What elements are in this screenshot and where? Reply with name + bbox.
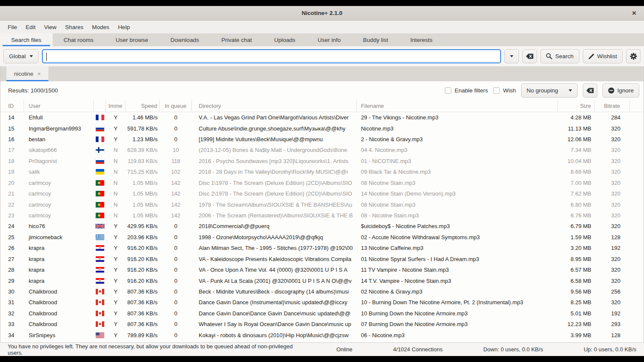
flag-icon-fi: [94, 147, 106, 153]
table-row[interactable]: 15IngmarBergman9993Y591.78 KB/s0Culture …: [0, 123, 644, 134]
status-up[interactable]: Up: 0 users, 0.0 KB/s: [584, 346, 636, 353]
tab-uploads[interactable]: Uploads: [263, 33, 307, 46]
enable-filters-checkbox[interactable]: Enable filters: [445, 87, 488, 94]
table-row[interactable]: 28krapraY916.20 KB/s0VA - Once Upon A Ti…: [0, 264, 644, 275]
column-header-queue[interactable]: In queue: [160, 100, 192, 112]
cell-speed: 789.89 KB/s: [125, 332, 160, 338]
column-header-filename[interactable]: Filename: [357, 100, 558, 112]
column-header-bitrate[interactable]: Bitrate: [595, 100, 630, 112]
menu-item-file[interactable]: File: [3, 22, 21, 32]
cell-filename: 06 - Nicotine.mp3: [357, 332, 558, 338]
cell-bitrate: 320: [595, 299, 630, 306]
menu-item-edit[interactable]: Edit: [21, 22, 40, 32]
cell-directory: 2018 - 28 Days In The Valley\Dorothy\Roc…: [192, 169, 357, 175]
window-title: Nicotine+ 2.1.0: [302, 10, 343, 16]
status-down[interactable]: Down: 0 users, 0.0 KB/s: [483, 346, 543, 353]
menu-item-view[interactable]: View: [40, 22, 61, 32]
wish-checkbox[interactable]: Wish: [493, 87, 516, 94]
table-row[interactable]: 26krapraY916.20 KB/s0Alan Milman Sect, T…: [0, 243, 644, 253]
search-history-dropdown[interactable]: [504, 49, 519, 63]
cell-size: 5.01 MB: [558, 310, 595, 317]
table-row[interactable]: 33ChalkbroodY807.36 KB/s0Whatever I Say …: [0, 319, 644, 329]
column-header-user[interactable]: User: [24, 100, 94, 112]
cell-filename: 08 - Nicotine Stain.mp3: [357, 212, 558, 219]
tab-close-icon[interactable]: ×: [38, 71, 41, 77]
search-input[interactable]: [42, 49, 501, 63]
table-row[interactable]: 16bestanY1.23 MB/s0[1999] Midnite Vultur…: [0, 134, 644, 145]
column-header-speed[interactable]: Speed: [125, 100, 160, 112]
tab-downloads[interactable]: Downloads: [159, 33, 210, 46]
cell-size: 8.95 MB: [558, 256, 595, 262]
table-row[interactable]: 25jimicomebackY203.96 KB/s01998 - Ozone\…: [0, 232, 644, 243]
cell-size: 8.25 MB: [558, 299, 595, 306]
table-row[interactable]: 22carlmcoyN1.05 MB/s1421978 - The Scream…: [0, 199, 644, 210]
cell-size: 12.06 MB: [558, 136, 595, 142]
menu-item-shares[interactable]: Shares: [61, 22, 88, 32]
cell-size: 6.76 MB: [558, 212, 595, 219]
column-header-flag[interactable]: [94, 100, 106, 112]
status-online[interactable]: Online: [336, 346, 352, 353]
close-icon[interactable]: ×: [629, 8, 640, 19]
cell-bitrate: 320: [595, 180, 630, 186]
table-row[interactable]: 21carlmcoyN1.05 MB/s142Disc 2\1978 - The…: [0, 188, 644, 199]
table-row[interactable]: 32ChalkbroodY807.36 KB/s0Dance Gavin Dan…: [0, 308, 644, 319]
tab-user-info[interactable]: User info: [307, 33, 352, 46]
column-header-id[interactable]: ID: [0, 100, 24, 112]
table-row[interactable]: 18Pr0tagonistN119.83 KB/s1182016 - Psych…: [0, 156, 644, 166]
column-header-size[interactable]: Size: [558, 100, 595, 112]
cell-speed: 1.05 MB/s: [125, 190, 160, 197]
table-row[interactable]: 19salikN715.25 KB/s1022018 - 28 Days In …: [0, 166, 644, 177]
settings-button[interactable]: [626, 49, 641, 63]
clear-search-button[interactable]: [522, 49, 537, 63]
table-row[interactable]: 17sikatopi666N628.39 KB/s10(2013-12-05) …: [0, 145, 644, 155]
flag-icon-pt: [94, 180, 106, 186]
cell-bitrate: 320: [595, 125, 630, 132]
tab-interests[interactable]: Interests: [399, 33, 444, 46]
tab-user-browse[interactable]: User browse: [104, 33, 159, 46]
grouping-dropdown[interactable]: No grouping: [521, 83, 578, 98]
cell-queue: 142: [160, 180, 192, 186]
cell-imm: Y: [106, 256, 125, 262]
menu-item-modes[interactable]: Modes: [88, 22, 114, 32]
tab-private-chat[interactable]: Private chat: [210, 33, 263, 46]
clear-results-button[interactable]: [583, 83, 597, 98]
column-header-directory[interactable]: Directory: [192, 100, 357, 112]
table-row[interactable]: 31ChalkbroodY807.36 KB/s0Dance Gavin Dan…: [0, 297, 644, 308]
cell-id: 32: [0, 310, 24, 317]
menu-item-help[interactable]: Help: [113, 22, 134, 32]
table-row[interactable]: 30ChalkbroodY807.36 KB/s0Beck - Midnite …: [0, 286, 644, 297]
search-toolbar: Global Search Wishlist: [0, 46, 644, 66]
column-header-imm[interactable]: Imme: [106, 100, 125, 112]
tab-chat-rooms[interactable]: Chat rooms: [53, 33, 105, 46]
table-row[interactable]: 29krapraY916.20 KB/s0VA - Punk At La Sca…: [0, 275, 644, 286]
cell-directory: Dance Gavin Dance (Instrumental)\music u…: [192, 299, 357, 306]
cell-filename: 08 Nicotine Stain.mp3: [357, 202, 558, 208]
tab-buddy-list[interactable]: Buddy list: [352, 33, 400, 46]
cell-id: 27: [0, 256, 24, 262]
cell-imm: N: [106, 180, 125, 186]
table-row[interactable]: 24hico76Y429.95 KB/s02018\Commercial\@@p…: [0, 221, 644, 231]
table-row[interactable]: 14EhfullY1.46 MB/s0V.A. - Las Vegas Grin…: [0, 112, 644, 123]
search-scope-dropdown[interactable]: Global: [3, 49, 39, 63]
tab-search-files[interactable]: Search files: [0, 33, 53, 46]
cell-user: krapra: [24, 278, 94, 284]
search-button[interactable]: Search: [540, 49, 579, 63]
title-bar[interactable]: Nicotine+ 2.1.0 ×: [0, 6, 644, 21]
cell-id: 14: [0, 114, 24, 121]
cell-filename: 02 - Accute Nicotine Withdrawal Symptoms…: [357, 234, 558, 240]
cell-speed: 916.20 KB/s: [125, 245, 160, 251]
table-row[interactable]: 27krapraY916.20 KB/s0VA - Kaleidoscope P…: [0, 253, 644, 264]
cell-bitrate: 320: [595, 136, 630, 142]
tab-nicotine[interactable]: nicotine ×: [6, 66, 48, 81]
cell-user: carlmcoy: [24, 180, 94, 186]
table-row[interactable]: 20carlmcoyN1.05 MB/s142Disc 1\1978 - The…: [0, 178, 644, 188]
ignore-button[interactable]: Ignore: [602, 83, 639, 98]
cell-size: 7.00 MB: [558, 180, 595, 186]
cell-imm: Y: [106, 245, 125, 251]
chevron-down-icon: [510, 55, 513, 57]
column-header-stub[interactable]: [630, 100, 644, 112]
table-row[interactable]: 23carlmcoyN1.05 MB/s1422006 - The Scream…: [0, 210, 644, 221]
search-button-label: Search: [555, 53, 574, 59]
wishlist-button[interactable]: Wishlist: [583, 49, 623, 63]
table-row[interactable]: 34SirSnipeysY789.89 KB/s0Kokayi - robots…: [0, 329, 644, 340]
